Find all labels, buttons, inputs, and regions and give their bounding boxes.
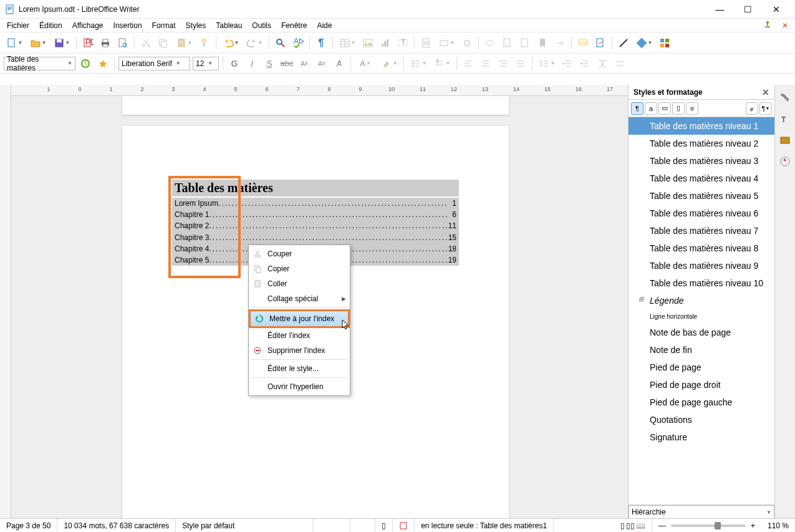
maximize-button[interactable]: ☐: [734, 0, 762, 19]
highlight-button[interactable]: ▼: [378, 56, 400, 71]
status-words[interactable]: 10 034 mots, 67 638 caractères: [57, 519, 176, 532]
open-button[interactable]: ▼: [27, 36, 49, 51]
style-item[interactable]: Note de bas de page: [629, 324, 774, 341]
print-preview-button[interactable]: [115, 36, 130, 51]
paragraph-style-combo[interactable]: Table des matières▼: [4, 57, 75, 70]
status-selection[interactable]: ▯: [375, 519, 393, 532]
status-language[interactable]: [313, 519, 350, 532]
style-item[interactable]: Table des matières niveau 2: [629, 135, 774, 152]
image-button[interactable]: [360, 36, 375, 51]
ctx-open-hyperlink[interactable]: Ouvrir l'hyperlien: [249, 379, 350, 394]
hyperlink-button[interactable]: [483, 36, 498, 51]
toc-row[interactable]: Chapitre 2..............................…: [172, 220, 459, 231]
style-item[interactable]: ⊞Légende: [629, 292, 774, 309]
export-pdf-button[interactable]: PDF: [80, 36, 95, 51]
align-left-button[interactable]: [461, 56, 476, 71]
ctx-edit-style[interactable]: Éditer le style...: [249, 361, 350, 376]
list-styles-button[interactable]: ≡: [686, 102, 698, 115]
para-spacing-dec-button[interactable]: [612, 56, 627, 71]
style-item[interactable]: Table des matières niveau 4: [629, 170, 774, 187]
italic-button[interactable]: I: [244, 56, 259, 71]
horizontal-ruler[interactable]: 10123456789101112131415161718: [0, 85, 628, 96]
para-spacing-inc-button[interactable]: [595, 56, 610, 71]
menu-tableau[interactable]: Tableau: [211, 20, 246, 31]
line-spacing-button[interactable]: ▼: [536, 56, 557, 71]
page-break-button[interactable]: [418, 36, 433, 51]
status-zoom[interactable]: 110 %: [761, 519, 795, 532]
cross-ref-button[interactable]: [552, 36, 567, 51]
undo-button[interactable]: ▼: [220, 36, 241, 51]
font-combo[interactable]: Liberation Serif▼: [118, 57, 190, 70]
increase-indent-button[interactable]: [560, 56, 575, 71]
page-styles-button[interactable]: ▯: [672, 102, 685, 115]
bookmark-button[interactable]: [535, 36, 550, 51]
comment-button[interactable]: [576, 36, 590, 51]
menu-insertion[interactable]: Insertion: [109, 20, 147, 31]
style-item[interactable]: Pied de page gauche: [629, 394, 774, 411]
char-styles-button[interactable]: a: [645, 102, 657, 115]
style-item[interactable]: Pied de page: [629, 359, 774, 376]
gallery-tab-icon[interactable]: [778, 133, 792, 147]
ctx-cut[interactable]: Couper: [249, 246, 350, 261]
minimize-button[interactable]: —: [706, 0, 734, 19]
style-item[interactable]: Table des matières niveau 1: [629, 117, 774, 135]
properties-tab-icon[interactable]: [778, 91, 792, 105]
basic-shapes-button[interactable]: ▼: [634, 36, 655, 51]
toc-row[interactable]: Chapitre 1..............................…: [172, 209, 459, 220]
menu-outils[interactable]: Outils: [248, 20, 276, 31]
ctx-edit-index[interactable]: Éditer l'index: [249, 328, 350, 343]
subscript-button[interactable]: AB: [314, 56, 329, 71]
copy-button[interactable]: [156, 36, 171, 51]
close-doc-icon[interactable]: ✕: [778, 20, 793, 31]
print-button[interactable]: [98, 36, 113, 51]
style-item[interactable]: Table des matières niveau 7: [629, 222, 774, 239]
close-button[interactable]: ✕: [762, 0, 790, 19]
styles-tab-icon[interactable]: T: [778, 112, 792, 126]
cut-button[interactable]: [138, 36, 153, 51]
menu-edition[interactable]: Édition: [35, 20, 67, 31]
align-right-button[interactable]: [496, 56, 511, 71]
field-button[interactable]: ▼: [436, 36, 457, 51]
style-item[interactable]: Table des matières niveau 9: [629, 257, 774, 274]
underline-button[interactable]: S: [262, 56, 277, 71]
redo-button[interactable]: ▼: [244, 36, 265, 51]
paste-button[interactable]: ▼: [173, 36, 195, 51]
toc-row[interactable]: Lorem Ipsum.............................…: [172, 198, 459, 209]
special-char-button[interactable]: Ω: [460, 36, 475, 51]
superscript-button[interactable]: AB: [297, 56, 312, 71]
clear-fmt-button[interactable]: A̸: [332, 56, 347, 71]
align-center-button[interactable]: [478, 56, 493, 71]
bold-button[interactable]: G: [227, 56, 242, 71]
line-button[interactable]: [616, 36, 631, 51]
update-icon[interactable]: [759, 19, 776, 32]
side-close-button[interactable]: ✕: [762, 87, 769, 97]
style-list[interactable]: Table des matières niveau 1Table des mat…: [629, 117, 774, 505]
style-item[interactable]: Table des matières niveau 8: [629, 239, 774, 257]
new-style-button[interactable]: [95, 56, 110, 71]
menu-format[interactable]: Format: [148, 20, 180, 31]
spellcheck-button[interactable]: Abc: [291, 36, 306, 51]
menu-styles[interactable]: Styles: [181, 20, 211, 31]
menu-affichage[interactable]: Affichage: [68, 20, 108, 31]
vertical-ruler[interactable]: [0, 85, 11, 518]
track-changes-button[interactable]: [593, 36, 608, 51]
textbox-button[interactable]: T: [395, 36, 410, 51]
find-replace-button[interactable]: [273, 36, 288, 51]
menu-aide[interactable]: Aide: [312, 20, 336, 31]
decrease-indent-button[interactable]: [577, 56, 592, 71]
new-style-from-sel-button[interactable]: ¶▼: [759, 102, 772, 115]
strike-button[interactable]: abc: [279, 56, 294, 71]
frame-styles-button[interactable]: ▭: [658, 102, 671, 115]
style-item[interactable]: Signature: [629, 428, 774, 446]
style-item[interactable]: Table des matières niveau 10: [629, 274, 774, 292]
para-styles-button[interactable]: ¶: [631, 102, 643, 115]
number-list-button[interactable]: 12▼: [431, 56, 453, 71]
status-insert[interactable]: [350, 519, 375, 532]
style-item[interactable]: Note de fin: [629, 341, 774, 359]
menu-fichier[interactable]: Fichier: [2, 20, 34, 31]
footnote-button[interactable]: [500, 36, 515, 51]
toc-row[interactable]: Chapitre 3..............................…: [172, 232, 459, 243]
bullet-list-button[interactable]: ▼: [408, 56, 429, 71]
status-style[interactable]: Style par défaut: [176, 519, 313, 532]
clone-fmt-button[interactable]: [197, 36, 212, 51]
